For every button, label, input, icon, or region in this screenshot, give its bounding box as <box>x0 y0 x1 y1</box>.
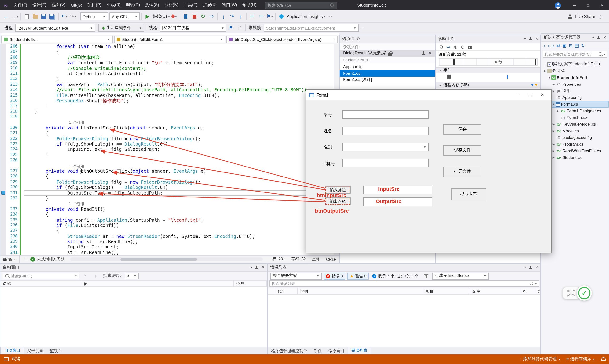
tree-item[interactable]: ▼C#StudentInfoEdit <box>542 74 609 81</box>
expander-icon[interactable]: ▶ <box>543 69 547 72</box>
search-options-icon[interactable]: ▾ <box>604 53 605 56</box>
column-header[interactable]: 值 <box>81 281 233 286</box>
events-track[interactable] <box>436 73 541 80</box>
lifecycle-events-button[interactable]: ◉生命周期事件▼ <box>99 24 144 32</box>
codelens-references[interactable]: 1 个引用 <box>69 164 84 168</box>
navigate-forward-icon[interactable]: →▾ <box>11 12 19 21</box>
editor-horizontal-scrollbar[interactable] <box>70 257 263 261</box>
expander-icon[interactable]: ▶ <box>551 130 556 132</box>
code-health-icon[interactable]: ✓ <box>30 257 35 261</box>
live-share-icon[interactable] <box>566 12 574 21</box>
code-line[interactable]: 223 if (fdlg.ShowDialog() == DialogResul… <box>0 141 334 147</box>
close-icon[interactable]: ✕ <box>603 36 606 39</box>
window-position-icon[interactable]: ▾ <box>592 36 594 39</box>
expander-icon[interactable]: ▼ <box>543 63 547 66</box>
error-scope-select[interactable]: 整个解决方案▼ <box>270 273 322 280</box>
process-select[interactable]: [24876] StudentInfoEdit.exe▼ <box>15 24 95 32</box>
step-over-icon[interactable]: ↷ <box>228 12 236 21</box>
flag-threads-icon[interactable]: ⚑ <box>227 24 234 32</box>
export-icon[interactable]: ⇨ <box>447 44 450 50</box>
solution-configuration-select[interactable]: Debug▼ <box>80 12 108 20</box>
code-line[interactable]: 218 } <box>0 109 334 114</box>
save-file-button[interactable]: 保存文件 <box>443 145 481 156</box>
menu-item[interactable]: 生成(B) <box>104 2 123 8</box>
form-close-button[interactable]: ✕ <box>536 90 549 100</box>
menu-item[interactable]: 文件(F) <box>11 2 30 8</box>
menu-item[interactable]: 扩展(X) <box>200 2 219 8</box>
menu-item[interactable]: 帮助(H) <box>240 2 259 8</box>
close-icon[interactable]: ✕ <box>535 265 538 269</box>
save-button[interactable]: 保存 <box>443 124 481 135</box>
diagnostics-header[interactable]: 诊断工具 ▾ ✕ <box>436 35 541 43</box>
close-icon[interactable]: ✕ <box>262 265 265 269</box>
code-area[interactable]: 206 foreach (var item in allLine)207 {20… <box>0 44 334 255</box>
codelens-references[interactable]: 1 个引用 <box>69 202 84 206</box>
pin-icon[interactable] <box>422 52 426 55</box>
select-repository-button[interactable]: ≡选择存储库▲ <box>566 356 595 362</box>
column-header[interactable]: 禁止显示状态 <box>535 288 541 294</box>
thread-select[interactable]: [31392] 主线程▼ <box>160 24 226 32</box>
pin-icon[interactable] <box>255 265 259 269</box>
minimize-button[interactable]: ─ <box>568 0 581 11</box>
menu-item[interactable]: 窗口(W) <box>219 2 240 8</box>
feedback-icon[interactable]: ☺ <box>597 12 604 21</box>
code-line[interactable]: 224 InputSrc.Text = fdlg.SelectedPath; <box>0 147 334 152</box>
memory-section-header[interactable]: ▲ 进程内存 (MB) <box>436 82 541 88</box>
document-tab[interactable]: App.config <box>340 63 435 70</box>
continue-button[interactable]: ▶ <box>144 12 151 21</box>
code-line[interactable]: 221 { <box>0 130 334 136</box>
forward-icon[interactable]: › <box>548 43 549 48</box>
close-button[interactable]: ✕ <box>595 0 609 11</box>
error-list-header[interactable]: 错误列表 ▾ ✕ <box>268 264 541 272</box>
close-icon[interactable]: ✕ <box>535 37 538 41</box>
restart-icon[interactable]: ↻ <box>199 12 207 21</box>
code-line[interactable]: 239 string st = sr.ReadLine(); <box>0 239 334 244</box>
close-icon[interactable]: ✕ <box>429 52 431 55</box>
code-line[interactable]: 220 private void btnInputSrc_Click(objec… <box>0 125 334 130</box>
undo-icon[interactable]: ↶▾ <box>60 12 68 21</box>
input-path-button[interactable]: 输入路径 <box>325 186 351 194</box>
line-ending-indicator[interactable]: CRLF <box>326 257 336 261</box>
autos-header[interactable]: 自动窗口 ▾ ✕ <box>0 264 267 272</box>
break-all-icon[interactable] <box>182 12 190 21</box>
code-line[interactable]: 235 string confi = Application.StartupPa… <box>0 217 334 223</box>
error-search-input[interactable]: 搜索错误列表 ▾ <box>269 280 539 287</box>
application-insights-dropdown-icon[interactable]: ▾ <box>324 15 326 18</box>
back-icon[interactable]: ‹ <box>544 43 545 48</box>
column-header[interactable]: 代码 <box>275 288 298 294</box>
filter-funnel-icon[interactable] <box>423 272 430 280</box>
solution-explorer-header[interactable]: 解决方案资源管理器 ▾ ✕ <box>542 34 609 42</box>
code-line[interactable]: 231 OutputSrc.Text = fdlg.SelectedPath; <box>0 190 334 195</box>
code-line[interactable]: 222 FolderBrowserDialog fdlg = new Folde… <box>0 136 334 141</box>
toolbar-overflow-icon[interactable]: ⋯ <box>326 12 334 21</box>
expander-icon[interactable]: ▶ <box>556 109 560 112</box>
code-line[interactable]: 211 allContentList.Add(content); <box>0 71 334 76</box>
pin-icon[interactable] <box>529 37 532 41</box>
code-line[interactable]: 209 var content = item.FirstLine + "\n" … <box>0 60 334 65</box>
document-outline-icon[interactable]: ≣ <box>249 12 256 21</box>
zoom-select[interactable]: 95 % <box>3 257 12 261</box>
save-icon[interactable] <box>40 12 48 21</box>
gender-select[interactable]: ▼ <box>342 143 429 151</box>
open-file-icon[interactable] <box>31 12 39 21</box>
expander-icon[interactable]: ▼ <box>551 103 556 106</box>
code-line[interactable]: 241 st = sr.ReadLine(); <box>0 250 334 255</box>
column-header[interactable]: 说明 <box>298 288 423 294</box>
show-next-statement-icon[interactable]: ⇒ <box>208 12 215 21</box>
menu-item[interactable]: 分析(N) <box>162 2 181 8</box>
column-header[interactable]: 文件 <box>470 288 521 294</box>
code-health-label[interactable]: 未找到相关问题 <box>37 257 65 262</box>
errors-filter-button[interactable]: ✕错误 0 <box>324 273 345 280</box>
indentation-indicator[interactable]: 空格 <box>312 257 320 262</box>
quick-search-input[interactable]: 搜索 (Ctrl+Q) <box>265 2 337 9</box>
zoom-in-icon[interactable]: ⊕ <box>454 44 457 50</box>
chart-icon[interactable]: ▦ <box>468 44 472 50</box>
split-view-icon[interactable]: ▭ <box>23 256 28 262</box>
expander-icon[interactable]: ▶ <box>551 123 556 126</box>
tabs-panel-header[interactable]: 选项卡 ⚙ <box>340 35 435 43</box>
name-input[interactable] <box>342 127 429 135</box>
form-maximize-button[interactable]: □ <box>524 90 536 100</box>
tool-window-tab[interactable]: 命令窗口 <box>325 347 348 354</box>
save-all-icon[interactable] <box>49 12 56 21</box>
line-structure-icon[interactable]: ≔ <box>257 12 265 21</box>
